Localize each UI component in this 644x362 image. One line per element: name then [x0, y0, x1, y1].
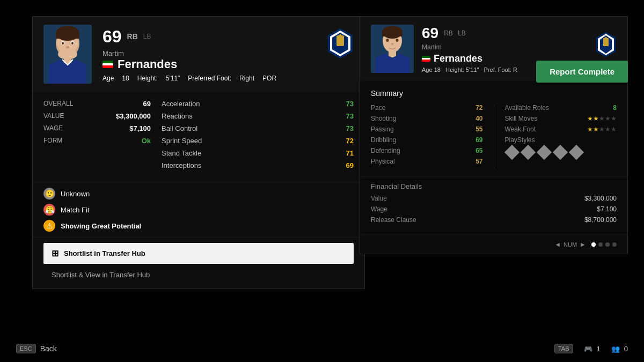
dot-2 [598, 242, 603, 247]
back-label: Back [40, 344, 57, 353]
pace-stat: Pace 72 [371, 104, 483, 112]
foot-value: Right [239, 75, 254, 82]
back-button[interactable]: ESC Back [16, 344, 57, 353]
passing-stat: Passing 55 [371, 125, 483, 133]
financial-release-row: Release Clause $8,700,000 [371, 216, 617, 224]
wage-row: WAGE $7,100 [43, 124, 151, 132]
skill-row-0: Acceleration 73 [162, 100, 354, 108]
svg-rect-28 [603, 38, 609, 46]
skill-value-2: 73 [346, 124, 354, 132]
svg-rect-4 [56, 33, 79, 39]
summary-title: Summary [371, 89, 617, 98]
overall-rating: 69 [103, 27, 122, 47]
available-roles-label: Available Roles [505, 104, 550, 112]
skill-name-0: Acceleration [162, 100, 200, 108]
wage-label: WAGE [43, 124, 63, 132]
shortlist-transfer-hub-button[interactable]: ⊞ Shortlist in Transfer Hub [43, 243, 354, 264]
dribbling-stat: Dribbling 69 [371, 136, 483, 144]
age-value: 18 [122, 75, 129, 82]
diamond-2 [520, 145, 535, 160]
position-primary: RB [127, 32, 138, 41]
controller-icon: 🎮 [584, 345, 592, 353]
physical-value: 57 [475, 158, 482, 165]
form-row: Form Ok [43, 137, 151, 145]
svg-point-9 [66, 46, 69, 48]
nationality-code: POR [262, 75, 276, 82]
passing-value: 55 [475, 125, 482, 133]
shortlist-view-button[interactable]: Shortlist & View in Transfer Hub [43, 267, 354, 283]
dot-1 [591, 242, 596, 247]
status-potential-label: Showing Great Potential [61, 222, 141, 230]
physical-label: Physical [371, 158, 395, 165]
financial-value-label: Value [371, 195, 387, 202]
skill-name-5: Interceptions [162, 161, 201, 169]
last-name: Fernandes [118, 57, 177, 71]
height-label: Height: [137, 75, 158, 82]
esc-key: ESC [16, 344, 36, 353]
action-section: ⊞ Shortlist in Transfer Hub Shortlist & … [33, 237, 364, 289]
svg-point-21 [386, 39, 389, 42]
summary-divider [494, 104, 494, 168]
next-arrow[interactable]: ► [580, 241, 586, 248]
dribbling-label: Dribbling [371, 136, 396, 144]
skill-value-5: 69 [346, 161, 354, 169]
tab-group: TAB [554, 344, 573, 353]
right-overall: 69 [422, 25, 438, 42]
status-unknown-label: Unknown [61, 190, 90, 198]
height-value: 5'11" [166, 75, 180, 82]
controller-group: 🎮 1 [584, 345, 601, 353]
form-value: Ok [142, 137, 151, 145]
pagination-dots [591, 242, 617, 247]
diamond-3 [536, 145, 551, 160]
prev-arrow[interactable]: ◄ [554, 241, 561, 248]
player-card-panel: 69 RB LB Martim Fernandes Age 18 Height:… [32, 16, 365, 289]
weak-foot-stars: ★★★★★ [587, 125, 617, 133]
status-section: 🙂 Unknown 😤 Match Fit ⚠ Showing Great Po… [33, 182, 364, 237]
bottom-right-controls: TAB 🎮 1 👥 0 [554, 344, 628, 353]
rating-row: 69 RB LB [103, 27, 354, 47]
report-complete-label: Report Complete [550, 67, 614, 76]
player-avatar [43, 25, 92, 84]
defending-label: Defending [371, 147, 400, 154]
potential-icon: ⚠ [43, 220, 55, 232]
summary-grid: Pace 72 Shooting 40 Passing 55 Dribbling… [371, 104, 617, 168]
stats-grid: OVERALL 69 VALUE $3,300,000 WAGE $7,100 … [33, 92, 364, 182]
skill-value-4: 71 [346, 149, 354, 157]
skill-row-2: Ball Control 73 [162, 124, 354, 132]
available-roles-value: 8 [613, 104, 617, 112]
pace-label: Pace [371, 104, 385, 112]
dot-3 [605, 242, 610, 247]
defending-stat: Defending 65 [371, 147, 483, 154]
available-roles-stat: Available Roles 8 [505, 104, 617, 112]
right-positions: RB LB [444, 29, 466, 37]
skill-value-1: 73 [346, 112, 354, 120]
summary-left-col: Pace 72 Shooting 40 Passing 55 Dribbling… [371, 104, 483, 168]
financial-wage-value: $7,100 [597, 205, 617, 213]
player-details: Age 18 Height: 5'11" Preferred Foot: Rig… [103, 75, 354, 82]
diamond-4 [552, 145, 567, 160]
shortlist-icon: ⊞ [52, 248, 58, 258]
playstyles-diamonds [505, 147, 617, 158]
skill-row-4: Stand Tackle 71 [162, 149, 354, 157]
overall-label: OVERALL [43, 100, 73, 108]
shooting-label: Shooting [371, 115, 396, 122]
num-label: NUM [564, 241, 577, 248]
skill-value-3: 72 [346, 137, 354, 145]
report-complete-button[interactable]: Report Complete [536, 61, 628, 83]
skill-name-4: Stand Tackle [162, 149, 201, 157]
financial-value-row: Value $3,300,000 [371, 195, 617, 202]
pagination-row: ◄ NUM ► [360, 235, 627, 254]
value-row: VALUE $3,300,000 [43, 112, 151, 120]
scouting-report-panel: 69 RB LB Martim Fernandes Age 18 Height:… [360, 16, 628, 254]
svg-rect-20 [382, 32, 402, 36]
weak-foot-label: Weak Foot [505, 125, 536, 133]
skill-moves-stars: ★★★★★ [587, 115, 617, 122]
stats-left: OVERALL 69 VALUE $3,300,000 WAGE $7,100 … [43, 100, 151, 174]
player-name-row: Fernandes [103, 57, 354, 71]
skill-value-0: 73 [346, 100, 354, 108]
club-logo [327, 27, 354, 60]
physical-stat: Physical 57 [371, 158, 483, 165]
overall-row: OVERALL 69 [43, 100, 151, 108]
right-player-avatar [371, 25, 414, 73]
skill-row-5: Interceptions 69 [162, 161, 354, 169]
